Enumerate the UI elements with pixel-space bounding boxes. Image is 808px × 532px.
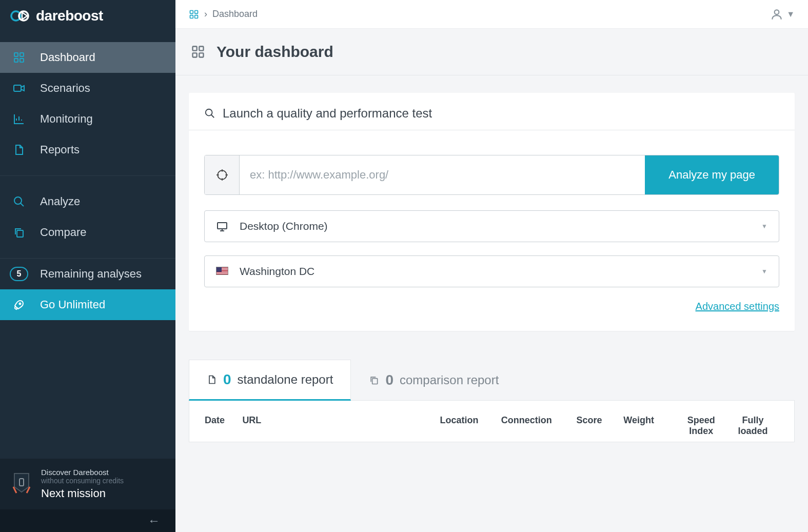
sidebar-item-label: Remaining analyses <box>40 267 142 281</box>
sidebar-item-label: Analyze <box>40 195 80 208</box>
svg-rect-19 <box>199 53 203 57</box>
col-date: Date <box>205 415 242 437</box>
col-location: Location <box>440 415 501 437</box>
svg-rect-18 <box>193 53 197 57</box>
remaining-badge: 5 <box>11 267 27 281</box>
badge-icon <box>11 471 32 497</box>
device-select[interactable]: Desktop (Chrome) ▼ <box>204 210 779 242</box>
chevron-right-icon: › <box>204 9 207 19</box>
sidebar-item-reports[interactable]: Reports <box>0 134 175 165</box>
svg-rect-22 <box>218 223 227 229</box>
mission-promo[interactable]: Discover Dareboost without consuming cre… <box>0 459 175 509</box>
report-tabs: 0 standalone report 0 comparison report <box>189 360 795 400</box>
rocket-icon <box>11 299 27 311</box>
sidebar-item-compare[interactable]: Compare <box>0 217 175 248</box>
svg-rect-12 <box>195 10 198 13</box>
nav-account: 5 Remaining analyses Go Unlimited <box>0 259 175 320</box>
svg-rect-4 <box>14 58 18 62</box>
sidebar-item-label: Compare <box>40 226 86 239</box>
sidebar-item-label: Monitoring <box>40 112 93 126</box>
brand-name: dareboost <box>36 8 103 24</box>
device-value: Desktop (Chrome) <box>240 220 328 232</box>
analyze-button[interactable]: Analyze my page <box>645 155 779 194</box>
sidebar-item-unlimited[interactable]: Go Unlimited <box>0 289 175 320</box>
reports-section: 0 standalone report 0 comparison report … <box>189 360 795 442</box>
file-icon <box>11 144 27 156</box>
svg-point-15 <box>775 10 779 14</box>
svg-rect-3 <box>20 53 24 56</box>
location-value: Washington DC <box>240 265 314 278</box>
sidebar-item-label: Scenarios <box>40 82 90 95</box>
sidebar-item-remaining[interactable]: 5 Remaining analyses <box>0 259 175 289</box>
url-input-group: Analyze my page <box>204 155 779 195</box>
sidebar: dareboost Dashboard Scenarios Monitoring… <box>0 0 175 532</box>
sidebar-item-scenarios[interactable]: Scenarios <box>0 73 175 104</box>
tab-standalone[interactable]: 0 standalone report <box>189 360 351 401</box>
location-select[interactable]: Washington DC ▼ <box>204 255 779 287</box>
sidebar-item-label: Dashboard <box>40 51 95 64</box>
svg-point-21 <box>218 170 226 179</box>
video-icon <box>11 82 27 94</box>
svg-rect-17 <box>199 47 203 51</box>
dashboard-icon <box>11 51 27 64</box>
col-connection: Connection <box>501 415 577 437</box>
content: Launch a quality and performance test An… <box>175 75 808 532</box>
topbar: › Dashboard ▼ <box>175 0 808 29</box>
table-header: Date URL Location Connection Score Weigh… <box>205 415 779 437</box>
page-title: Your dashboard <box>216 43 333 61</box>
search-icon <box>204 108 215 119</box>
target-icon <box>205 155 240 194</box>
copy-icon <box>11 226 27 239</box>
mission-text: Discover Dareboost without consuming cre… <box>41 468 124 500</box>
reports-table: Date URL Location Connection Score Weigh… <box>189 400 795 442</box>
launch-card: Launch a quality and performance test An… <box>189 93 795 331</box>
user-menu[interactable]: ▼ <box>770 8 795 21</box>
chart-icon <box>11 113 27 125</box>
col-fully-loaded: Fully loaded <box>727 415 779 437</box>
brand-logo[interactable]: dareboost <box>0 0 175 32</box>
dashboard-icon <box>189 9 199 19</box>
svg-rect-6 <box>14 85 21 91</box>
col-url: URL <box>242 415 440 437</box>
advanced-settings-row: Advanced settings <box>204 301 779 312</box>
breadcrumb-current[interactable]: Dashboard <box>212 9 258 19</box>
col-weight: Weight <box>623 415 675 437</box>
arrow-left-icon: ← <box>148 514 160 528</box>
nav-tools: Analyze Compare <box>0 176 175 258</box>
logo-icon <box>10 8 31 24</box>
breadcrumb: › Dashboard <box>189 9 258 19</box>
sidebar-item-label: Go Unlimited <box>40 298 105 311</box>
svg-rect-2 <box>14 53 18 56</box>
sidebar-collapse[interactable]: ← <box>0 509 175 532</box>
svg-rect-14 <box>195 15 198 18</box>
svg-point-9 <box>19 303 21 305</box>
col-score: Score <box>577 415 624 437</box>
dashboard-icon <box>191 45 205 59</box>
sidebar-item-dashboard[interactable]: Dashboard <box>0 42 175 73</box>
svg-rect-13 <box>190 15 193 18</box>
tab-comparison[interactable]: 0 comparison report <box>351 360 517 400</box>
advanced-settings-link[interactable]: Advanced settings <box>696 301 779 312</box>
svg-point-20 <box>206 109 212 116</box>
url-input[interactable] <box>240 155 645 194</box>
copy-icon <box>369 375 379 385</box>
launch-heading: Launch a quality and performance test <box>189 93 795 130</box>
svg-rect-23 <box>372 379 378 384</box>
svg-point-7 <box>14 197 22 204</box>
svg-rect-16 <box>193 47 197 51</box>
user-icon <box>770 8 783 21</box>
col-speed-index: Speed Index <box>675 415 727 437</box>
sidebar-item-analyze[interactable]: Analyze <box>0 186 175 217</box>
svg-rect-8 <box>17 230 23 237</box>
desktop-icon <box>216 220 228 232</box>
sidebar-item-label: Reports <box>40 143 80 156</box>
sidebar-item-monitoring[interactable]: Monitoring <box>0 104 175 134</box>
main: › Dashboard ▼ Your dashboard Launch a qu… <box>175 0 808 532</box>
search-icon <box>11 195 27 208</box>
page-header: Your dashboard <box>175 29 808 75</box>
svg-rect-5 <box>20 58 24 62</box>
caret-down-icon: ▼ <box>761 268 767 275</box>
file-icon <box>207 375 217 385</box>
nav-primary: Dashboard Scenarios Monitoring Reports <box>0 32 175 175</box>
flag-us-icon <box>216 265 228 278</box>
